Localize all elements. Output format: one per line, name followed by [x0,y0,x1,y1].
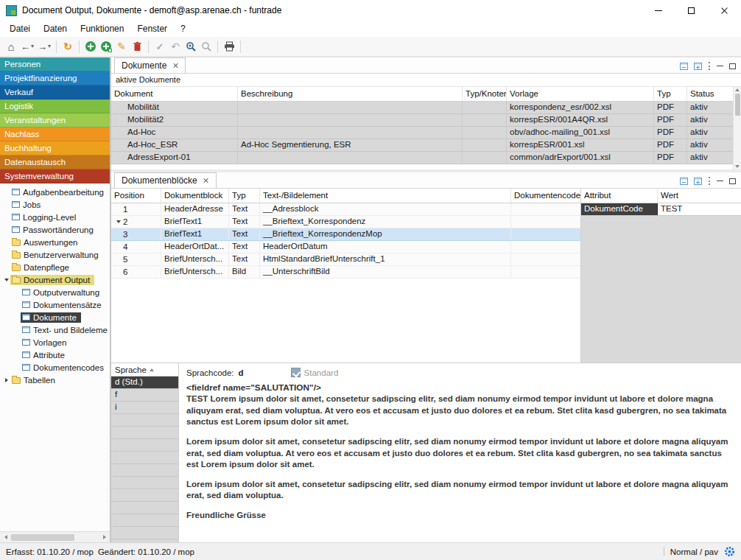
maximize-button[interactable] [675,0,708,21]
document-row[interactable]: Mobilität korrespondenz_esr/002.xsl PDF … [111,102,733,114]
sidebar-item-passwortaenderung[interactable]: Passwortänderung [0,223,110,236]
column-header-dokumentencode[interactable]: Dokumentencode [511,189,580,203]
language-column-header[interactable]: Sprache [111,363,178,377]
home-button[interactable]: ⌂ [4,38,18,55]
sidebar-item-auswertungen[interactable]: Auswertungen [0,236,110,248]
attribute-row[interactable]: DokumentCode TEST [581,203,741,216]
scrollbar-thumb[interactable] [11,534,74,541]
sidebar-item-vorlagen[interactable]: Vorlagen [0,336,110,349]
panel-minimize-button[interactable] [717,66,723,66]
block-row[interactable]: 4 HeaderOrtDat... Text HeaderOrtDatum [111,241,580,253]
column-header-typ[interactable]: Typ [654,87,687,101]
module-veranstaltungen[interactable]: Veranstaltungen [0,113,110,127]
language-item-f[interactable]: f [111,389,178,402]
module-verkauf[interactable]: Verkauf [0,85,110,99]
collapse-groups-icon[interactable] [680,178,688,185]
sidebar-item-tabellen[interactable]: Tabellen [0,374,110,386]
column-header-position[interactable]: Position [111,189,161,203]
module-nachlass[interactable]: Nachlass [0,127,110,141]
sidebar-item-attribute[interactable]: Attribute [0,349,110,361]
module-personen[interactable]: Personen [0,57,110,71]
undo-button[interactable]: ↶ [168,38,183,55]
block-row[interactable]: 6 BriefUntersch... Bild __UnterschriftBi… [111,266,580,279]
column-header-typ[interactable]: Typ [229,189,260,203]
column-header-wert[interactable]: Wert [658,189,741,203]
expand-groups-icon[interactable] [694,178,702,185]
menu-fenster[interactable]: Fenster [130,22,174,35]
chevron-right-icon[interactable] [5,378,8,382]
sidebar-item-jobs[interactable]: Jobs [0,198,110,211]
delete-button[interactable] [130,38,144,55]
block-row[interactable]: 2 BriefText1 Text __Brieftext_Korrespond… [111,216,580,228]
zoom-in-button[interactable] [183,38,198,55]
back-button[interactable]: ←▾ [19,38,35,55]
close-button[interactable] [708,0,741,21]
sidebar-item-benutzerverwaltung[interactable]: Benutzerverwaltung [0,248,110,261]
column-header-dokument[interactable]: Dokument [111,87,238,101]
sidebar-item-aufgabenbearbeitung[interactable]: Aufgabenbearbeitung [0,186,110,198]
document-row[interactable]: Ad-Hoc obv/adhoc-mailing_001.xsl PDF akt… [111,127,733,139]
panel-maximize-button[interactable] [729,178,736,184]
column-header-text-bildelement[interactable]: Text-/Bildelement [260,189,511,203]
sidebar-item-dokumentensaetze[interactable]: Dokumentensätze [0,298,110,311]
menu-daten[interactable]: Daten [37,22,74,35]
panel-minimize-button[interactable] [717,181,723,181]
column-header-vorlage[interactable]: Vorlage [507,87,654,101]
language-item-i[interactable]: i [111,402,178,414]
module-projektfinanzierung[interactable]: Projektfinanzierung [0,71,110,85]
panel-menu-icon[interactable] [709,62,710,70]
settings-gear-icon[interactable] [724,546,735,557]
tab-dokumente[interactable]: Dokumente [114,57,186,73]
column-header-attribut[interactable]: Attribut [581,189,658,203]
block-row[interactable]: 1 HeaderAdresse Text __Adressblock [111,203,580,216]
module-datenaustausch[interactable]: Datenaustausch [0,155,110,169]
block-row[interactable]: 5 BriefUntersch... Text HtmlStandardBrie… [111,253,580,266]
tab-dokumentenbloecke[interactable]: Dokumentenblöcke [114,172,217,188]
column-header-beschreibung[interactable]: Beschreibung [238,87,463,101]
scroll-up-icon[interactable] [735,88,740,91]
document-row[interactable]: Ad-Hoc_ESR Ad-Hoc Segmentierung, ESR kor… [111,139,733,152]
sidebar-item-dokumentencodes[interactable]: Dokumentencodes [0,361,110,374]
tab-close-icon[interactable] [172,63,178,69]
forward-button[interactable]: →▾ [36,38,52,55]
sidebar-item-datenpflege[interactable]: Datenpflege [0,261,110,273]
zoom-out-button[interactable] [199,38,214,55]
chevron-down-icon[interactable] [4,279,9,281]
add-child-button[interactable] [99,38,113,55]
tab-close-icon[interactable] [203,178,209,183]
scroll-right-button[interactable] [99,532,110,542]
refresh-button[interactable]: ↻ [60,38,75,55]
sidebar-item-document-output[interactable]: Document Output [0,273,110,286]
panel-maximize-button[interactable] [729,63,736,69]
document-row[interactable]: AdressExport-01 common/adrExport/001.xsl… [111,152,733,164]
column-header-status[interactable]: Status [687,87,733,101]
column-header-dokumentblock[interactable]: Dokumentblock [161,189,229,203]
collapse-groups-icon[interactable] [680,63,688,70]
documents-vertical-scrollbar[interactable] [733,87,741,169]
module-logistik[interactable]: Logistik [0,99,110,113]
scrollbar-thumb[interactable] [735,94,740,116]
scroll-left-button[interactable] [0,532,11,542]
language-item-d[interactable]: d (Std.) [111,377,178,389]
standard-checkbox[interactable] [291,368,301,377]
minimize-button[interactable] [642,0,675,21]
sidebar-item-dokumente[interactable]: Dokumente [0,311,110,323]
add-button[interactable] [83,38,98,55]
scroll-down-icon[interactable] [735,165,740,168]
menu-help[interactable]: ? [174,22,192,35]
text-editor-area[interactable]: Sprachcode: d Standard <fieldref name="S… [179,363,741,542]
collapse-chevron-icon[interactable] [116,220,121,223]
module-systemverwaltung[interactable]: Systemverwaltung [0,169,110,183]
column-header-typ-knoten[interactable]: Typ/Knoten [463,87,507,101]
panel-menu-icon[interactable] [709,177,710,185]
expand-groups-icon[interactable] [694,63,702,70]
print-button[interactable] [222,38,236,55]
menu-datei[interactable]: Datei [3,22,37,35]
confirm-button[interactable]: ✓ [152,38,167,55]
module-buchhaltung[interactable]: Buchhaltung [0,141,110,155]
menu-funktionen[interactable]: Funktionen [74,22,130,35]
edit-button[interactable]: ✎ [114,38,129,55]
sidebar-item-logging-level[interactable]: Logging-Level [0,211,110,223]
sidebar-item-outputverwaltung[interactable]: Outputverwaltung [0,286,110,298]
block-row-selected[interactable]: 3 BriefText1 Text __Brieftext_Korrespond… [111,228,580,241]
